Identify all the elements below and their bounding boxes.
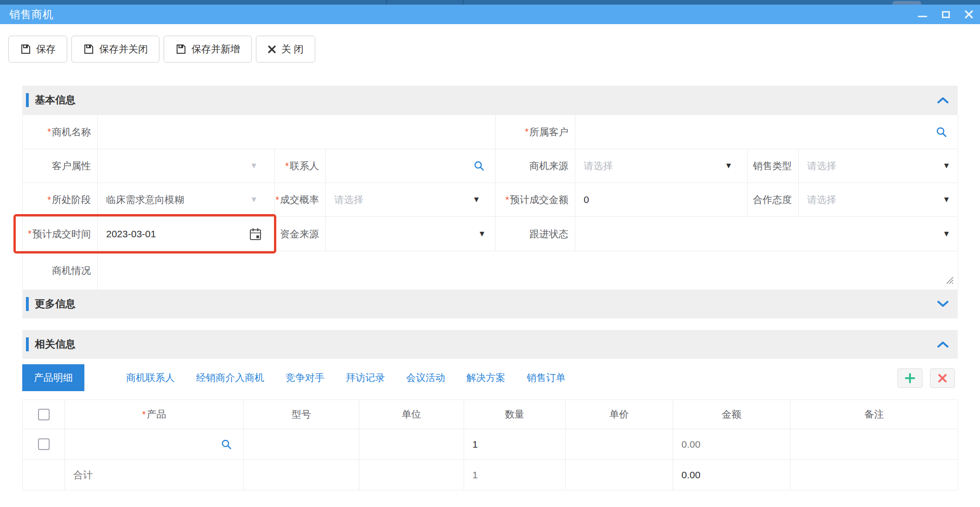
field-probability[interactable]: 请选择 ▼ [326,183,496,217]
customer-search-button[interactable] [935,126,948,138]
tab-opportunity-contacts[interactable]: 商机联系人 [126,371,175,384]
label-customer-attr: 客户属性 [23,149,98,183]
field-attitude[interactable]: 请选择 ▼ [799,183,958,217]
row-checkbox[interactable] [38,438,50,450]
delete-x-icon [937,373,948,383]
cell-qty[interactable]: 1 [464,429,566,460]
required-asterisk: * [505,195,509,205]
section-more-info: 更多信息 [22,290,958,318]
section-related-info: 相关信息 [22,330,958,359]
required-asterisk: * [285,161,289,171]
dropdown-arrow-icon: ▼ [942,195,950,204]
label-source: 商机来源 [496,149,575,183]
section-accent-bar [26,93,29,107]
total-qty-cell: 1 [464,460,566,490]
header-price: 单价 [566,400,673,429]
close-window-button[interactable] [963,9,974,20]
amount-input[interactable] [584,194,747,205]
label-fund-source: 资金来源 [275,217,326,251]
dropdown-arrow-icon: ▼ [250,195,258,204]
chevron-up-icon [936,96,949,104]
label-stage: * 所处阶段 [23,183,98,217]
chevron-up-icon [936,341,949,348]
dropdown-arrow-icon: ▼ [725,161,732,171]
calendar-icon [248,227,262,241]
cell-price[interactable] [566,429,673,460]
required-asterisk: * [275,195,279,205]
add-row-button[interactable] [897,368,923,388]
product-search-button[interactable] [221,438,232,450]
field-customer-attr[interactable]: ▼ [98,149,275,183]
label-sale-type: 销售类型 [748,149,799,183]
select-all-cell [23,400,65,429]
label-amount: * 预计成交金额 [496,183,575,217]
contact-search-button[interactable] [473,160,485,172]
search-icon [473,160,485,172]
dialog-body: 基本信息 * 商机名称 * 所属客户 [22,0,958,507]
customer-input[interactable] [584,127,958,138]
label-probability: * 成交概率 [275,183,326,217]
required-asterisk: * [142,409,146,420]
header-qty: 数量 [464,400,566,429]
dropdown-arrow-icon: ▼ [250,161,258,171]
dropdown-arrow-icon: ▼ [478,229,486,239]
total-unit-cell [359,460,464,490]
field-situation [98,251,958,290]
field-sale-type[interactable]: 请选择 ▼ [799,149,958,183]
field-stage[interactable]: 临床需求意向模糊 ▼ [98,183,275,217]
field-amount [575,183,748,217]
cell-model[interactable] [244,429,359,460]
delete-row-button[interactable] [930,368,955,388]
expand-more-button[interactable] [936,290,949,318]
collapse-related-button[interactable] [936,330,949,359]
cell-unit[interactable] [359,429,464,460]
field-close-date [98,217,275,251]
field-fund-source[interactable]: ▼ [326,217,496,251]
product-table: * 产品 型号 单位 数量 单价 金额 备注 [22,399,958,490]
cell-note[interactable] [790,429,958,460]
row-select-cell [23,429,65,460]
total-model-cell [244,460,359,490]
section-related-title: 相关信息 [35,337,76,351]
tab-solutions[interactable]: 解决方案 [466,371,505,384]
header-amount: 金额 [673,400,790,429]
tab-product-detail[interactable]: 产品明细 [22,364,84,391]
select-all-checkbox[interactable] [38,409,50,420]
contact-input[interactable] [334,160,495,171]
field-source[interactable]: 请选择 ▼ [575,149,748,183]
cell-amount[interactable]: 0.00 [673,429,790,460]
tab-meeting-activities[interactable]: 会议活动 [406,371,445,384]
tab-sales-orders[interactable]: 销售订单 [527,371,566,384]
cell-product [65,429,244,460]
tab-dealer-involvement[interactable]: 经销商介入商机 [196,371,264,384]
header-note: 备注 [790,400,958,429]
label-situation: 商机情况 [23,251,98,290]
tab-competitors[interactable]: 竞争对手 [286,371,325,384]
field-follow-status[interactable]: ▼ [575,217,958,251]
sales-opportunity-dialog: 销售商机 保存 保存并关闭 [0,0,980,507]
collapse-basic-button[interactable] [936,86,949,114]
basic-info-form: * 商机名称 * 所属客户 客户属性 [22,114,958,290]
tab-links: 商机联系人 经销商介入商机 竞争对手 拜访记录 会议活动 解决方案 销售订单 [105,364,566,391]
required-asterisk: * [47,195,51,205]
section-more-title: 更多信息 [35,297,76,311]
label-close-date: * 预计成交时间 [23,217,98,251]
total-empty-cell [23,460,65,490]
label-follow-status: 跟进状态 [496,217,575,251]
situation-textarea[interactable] [106,260,958,282]
plus-icon [904,372,916,384]
required-asterisk: * [28,228,32,239]
search-icon [935,126,948,138]
section-basic-info: 基本信息 [22,86,958,114]
required-asterisk: * [47,127,51,137]
related-tabs-bar: 产品明细 商机联系人 经销商介入商机 竞争对手 拜访记录 会议活动 解决方案 销… [22,359,958,399]
chevron-down-icon [936,300,949,308]
date-picker-button[interactable] [248,227,262,241]
opportunity-name-input[interactable] [106,127,495,138]
dropdown-arrow-icon: ▼ [942,161,950,171]
resize-handle[interactable] [944,274,954,287]
close-icon [964,9,974,19]
total-note-cell [790,460,958,490]
tab-visit-records[interactable]: 拜访记录 [346,371,385,384]
header-model: 型号 [244,400,359,429]
